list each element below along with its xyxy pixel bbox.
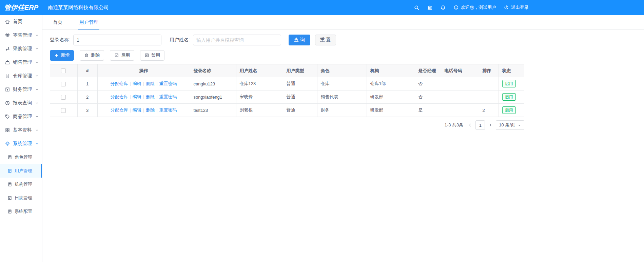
login-cell: songxiaofeng1: [190, 90, 236, 104]
header-name: 用户姓名: [236, 64, 283, 77]
link-separator: |: [143, 81, 144, 86]
link-separator: |: [130, 81, 131, 86]
user-name-input[interactable]: [193, 35, 281, 45]
sidebar: 首页 零售管理 采购管理 销售管理 仓库管理 财务管理: [0, 15, 42, 262]
tab-bar: 首页 用户管理: [42, 15, 644, 30]
logout-text: 退出登录: [511, 4, 529, 11]
sidebar-item-basic-data[interactable]: 基本资料: [0, 123, 42, 137]
prev-page-icon[interactable]: [468, 123, 472, 127]
logout-button[interactable]: 退出登录: [504, 4, 529, 11]
user-welcome[interactable]: 欢迎您，测试用户: [453, 4, 496, 11]
sidebar-item-retail[interactable]: 零售管理: [0, 28, 42, 42]
actions-cell: 分配仓库|编辑|删除|重置密码: [97, 104, 190, 117]
link-separator: |: [143, 107, 144, 113]
sidebar-item-home[interactable]: 首页: [0, 15, 42, 28]
reset-password-link[interactable]: 重置密码: [159, 81, 177, 86]
row-checkbox[interactable]: [61, 108, 66, 113]
org-doc-icon: [7, 182, 12, 187]
next-page-icon[interactable]: [488, 123, 493, 127]
edit-link[interactable]: 编辑: [133, 107, 141, 113]
grid-icon: [5, 127, 10, 133]
sidebar-sublabel: 机构管理: [15, 181, 32, 187]
table-row: 2 分配仓库|编辑|删除|重置密码 songxiaofeng1 宋晓锋 普通 销…: [50, 90, 524, 104]
assign-warehouse-link[interactable]: 分配仓库: [110, 81, 128, 86]
table-row: 1 分配仓库|编辑|删除|重置密码 cangku123 仓库123 普通 仓库 …: [50, 77, 524, 90]
tab-user-mgmt[interactable]: 用户管理: [78, 19, 99, 29]
retail-icon: [5, 33, 10, 38]
login-name-input[interactable]: [73, 35, 161, 45]
role-cell: 仓库: [317, 77, 367, 90]
manager-cell: 否: [415, 77, 441, 90]
sales-icon: [5, 60, 10, 65]
index-cell: 1: [77, 77, 97, 90]
enable-button[interactable]: 启用: [110, 50, 134, 61]
assign-warehouse-link[interactable]: 分配仓库: [110, 94, 128, 99]
page-number-button[interactable]: 1: [475, 120, 485, 130]
delete-button[interactable]: 删除: [80, 50, 104, 61]
status-badge: 启用: [502, 106, 516, 114]
manager-cell: 是: [415, 104, 441, 117]
sidebar-label: 仓库管理: [13, 73, 32, 79]
edit-link[interactable]: 编辑: [133, 94, 141, 99]
phone-cell: [441, 77, 479, 90]
disable-button[interactable]: 禁用: [140, 50, 164, 61]
chevron-down-icon: [35, 47, 39, 51]
header-login: 登录名称: [190, 64, 236, 77]
role-doc-icon: [7, 155, 12, 160]
row-checkbox[interactable]: [61, 82, 66, 86]
disable-button-label: 禁用: [151, 52, 160, 58]
reset-password-link[interactable]: 重置密码: [159, 107, 177, 113]
gear-icon: [5, 141, 10, 146]
config-doc-icon: [7, 209, 12, 214]
actions-cell: 分配仓库|编辑|删除|重置密码: [97, 90, 190, 104]
user-smiley-icon: [453, 5, 459, 10]
row-checkbox[interactable]: [61, 95, 66, 100]
add-button[interactable]: 新增: [50, 50, 74, 61]
sidebar-item-role-mgmt[interactable]: 角色管理: [0, 150, 42, 164]
login-name-label: 登录名称:: [50, 37, 70, 43]
assign-warehouse-link[interactable]: 分配仓库: [110, 107, 128, 113]
sidebar-item-goods[interactable]: 商品管理: [0, 110, 42, 123]
company-name: 南通某某网络科技有限公司: [48, 4, 109, 11]
sidebar-item-user-mgmt[interactable]: 用户管理: [0, 164, 42, 178]
link-separator: |: [156, 81, 157, 86]
chevron-down-icon: [35, 33, 39, 37]
sidebar-item-reports[interactable]: 报表查询: [0, 96, 42, 110]
select-all-checkbox[interactable]: [61, 68, 66, 73]
enable-button-label: 启用: [121, 52, 130, 58]
sidebar-item-system-config[interactable]: 系统配置: [0, 205, 42, 218]
app-logo: 管伊佳ERP: [0, 3, 42, 12]
notification-bell-icon[interactable]: [440, 5, 446, 11]
plus-icon: [54, 53, 59, 58]
edit-link[interactable]: 编辑: [133, 81, 141, 86]
chevron-down-icon: [35, 74, 39, 78]
finance-icon: [5, 87, 10, 92]
tab-home[interactable]: 首页: [52, 19, 63, 29]
delete-link[interactable]: 删除: [146, 81, 155, 86]
sidebar-item-system[interactable]: 系统管理: [0, 137, 42, 150]
sidebar-item-finance[interactable]: 财务管理: [0, 83, 42, 96]
sidebar-label: 报表查询: [13, 100, 32, 106]
page-size-select[interactable]: 10 条/页: [496, 120, 524, 130]
sort-cell: 2: [479, 104, 499, 117]
header-phone: 电话号码: [441, 64, 479, 77]
search-button[interactable]: 查 询: [289, 35, 310, 45]
status-cell: 启用: [499, 77, 524, 90]
home-shortcut-icon[interactable]: [427, 5, 433, 11]
sidebar-item-purchase[interactable]: 采购管理: [0, 42, 42, 56]
sidebar-item-sales[interactable]: 销售管理: [0, 56, 42, 69]
sidebar-sublabel: 系统配置: [15, 208, 32, 215]
sidebar-label: 商品管理: [13, 114, 32, 120]
reset-button[interactable]: 重 置: [315, 35, 336, 45]
delete-link[interactable]: 删除: [146, 107, 155, 113]
home-icon: [5, 19, 10, 24]
report-pie-icon: [5, 100, 10, 106]
sidebar-item-org-mgmt[interactable]: 机构管理: [0, 178, 42, 191]
header-checkbox-cell: [50, 64, 77, 77]
sort-cell: [479, 77, 499, 90]
reset-password-link[interactable]: 重置密码: [159, 94, 177, 99]
delete-link[interactable]: 删除: [146, 94, 155, 99]
sidebar-item-warehouse[interactable]: 仓库管理: [0, 69, 42, 83]
search-icon[interactable]: [414, 5, 419, 11]
sidebar-item-log-mgmt[interactable]: 日志管理: [0, 191, 42, 205]
